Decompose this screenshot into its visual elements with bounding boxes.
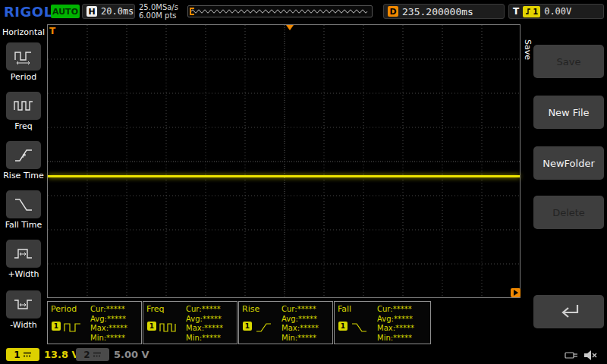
channel-badge: 1	[243, 322, 252, 331]
measurement-values: Cur:***** Avg:***** Max:***** Min:*****	[186, 305, 223, 343]
measurement-freq: Freq 1 Cur:***** Avg:***** Max:***** Min…	[143, 301, 237, 344]
measurement-rise: Rise 1 Cur:***** Avg:***** Max:***** Min…	[238, 301, 333, 344]
menu-item-rise-time[interactable]: Rise Time	[0, 141, 47, 180]
oscilloscope-screen: RIGOL AUTO H 20.0ms 25.0MSa/s 6.00M pts …	[0, 0, 607, 364]
measurement-fall: Fall 1 Cur:***** Avg:***** Max:***** Min…	[334, 301, 431, 344]
measurement-values: Cur:***** Avg:***** Max:***** Min:*****	[90, 305, 127, 343]
freq-button[interactable]	[6, 92, 41, 120]
rise-time-button[interactable]	[6, 141, 41, 169]
trigger-position-marker-icon	[286, 25, 294, 30]
period-label: Period	[0, 72, 47, 82]
dc-coupling-icon	[93, 351, 102, 358]
fall-time-label: Fall Time	[0, 220, 47, 230]
rigol-logo: RIGOL	[4, 4, 53, 20]
save-button[interactable]: Save	[533, 45, 604, 78]
channel2-badge[interactable]: 2	[76, 348, 109, 361]
plus-width-icon	[13, 246, 34, 262]
delay-box[interactable]: D 235.200000ms	[383, 4, 505, 19]
menu-item-freq[interactable]: Freq	[0, 92, 47, 131]
menu-item-minus-width[interactable]: -Width	[0, 290, 47, 330]
trigger-level-value: 0.00V	[544, 6, 571, 17]
channel-badge: 1	[338, 322, 348, 331]
channel1-badge[interactable]: 1	[6, 348, 39, 361]
measurement-name: Fall	[338, 304, 351, 314]
delay-key-label: D	[388, 6, 398, 17]
delay-value: 235.200000ms	[402, 6, 473, 17]
left-menu-title: Horizontal	[0, 27, 47, 37]
minus-width-icon	[13, 297, 34, 313]
horizontal-key-label: H	[86, 6, 97, 17]
graticule	[47, 24, 521, 298]
rise-time-icon	[13, 147, 34, 164]
speaker-muted-icon	[583, 350, 599, 361]
period-icon	[13, 49, 34, 65]
channel-badge: 1	[147, 322, 156, 331]
return-icon	[555, 301, 583, 322]
trigger-box[interactable]: T 1 0.00V	[508, 4, 604, 19]
trigger-t-marker: T	[49, 26, 55, 36]
menu-item-period[interactable]: Period	[0, 42, 47, 82]
run-status-badge: AUTO	[51, 5, 80, 18]
plus-width-button[interactable]	[6, 240, 41, 268]
minus-width-label: -Width	[0, 320, 47, 330]
waveform-preview-bar	[187, 5, 373, 17]
freq-waveform-icon	[159, 322, 178, 334]
delete-button[interactable]: Delete	[533, 196, 604, 229]
right-menu-tab: Save	[523, 39, 533, 60]
measurement-name: Rise	[242, 304, 259, 314]
plus-width-label: +Width	[0, 269, 47, 279]
menu-item-plus-width[interactable]: +Width	[0, 240, 47, 279]
delay-marker-icon	[511, 288, 521, 297]
timebase-value: 20.0ms	[101, 6, 134, 17]
horizontal-timebase-box[interactable]: H 20.0ms	[82, 4, 135, 19]
measurement-period: Period 1 Cur:***** Avg:***** Max:***** M…	[47, 301, 142, 344]
acquisition-info: 25.0MSa/s 6.00M pts	[139, 3, 178, 20]
period-button[interactable]	[6, 42, 41, 71]
freq-icon	[13, 98, 34, 115]
minus-width-button[interactable]	[6, 290, 41, 318]
period-waveform-icon	[64, 322, 82, 334]
channel1-trace	[48, 175, 520, 177]
trigger-source-number: 1	[533, 8, 538, 16]
channel1-scale: 13.8 V	[44, 349, 80, 360]
channel2-scale: 5.00 V	[114, 349, 149, 360]
fall-time-button[interactable]	[6, 190, 41, 218]
trigger-edge-icon	[525, 8, 531, 15]
measurement-name: Freq	[146, 304, 165, 314]
menu-item-fall-time[interactable]: Fall Time	[0, 190, 47, 230]
fall-time-icon	[13, 196, 34, 213]
measurement-values: Cur:***** Avg:***** Max:***** Min:*****	[281, 305, 319, 343]
sample-rate: 25.0MSa/s	[139, 3, 178, 11]
rise-time-label: Rise Time	[0, 171, 47, 180]
usb-icon	[565, 350, 580, 361]
new-file-button[interactable]: New File	[533, 96, 604, 129]
return-button[interactable]	[533, 295, 604, 328]
measurement-name: Period	[51, 304, 77, 314]
grid-lines	[48, 25, 520, 297]
rise-waveform-icon	[255, 322, 273, 334]
trigger-source-badge: 1	[523, 6, 540, 17]
measurement-values: Cur:***** Avg:***** Max:***** Min:*****	[377, 305, 414, 343]
channel-badge: 1	[52, 322, 61, 331]
dc-coupling-icon	[23, 351, 32, 358]
fall-waveform-icon	[351, 322, 369, 334]
trigger-label: T	[513, 6, 519, 17]
memory-depth: 6.00M pts	[139, 11, 178, 20]
new-folder-button[interactable]: NewFolder	[533, 146, 604, 180]
preview-cursor-icon	[190, 8, 194, 15]
channel2-number: 2	[83, 350, 90, 360]
preview-waveform-icon	[188, 6, 372, 17]
channel1-number: 1	[14, 350, 20, 360]
freq-label: Freq	[0, 121, 47, 131]
